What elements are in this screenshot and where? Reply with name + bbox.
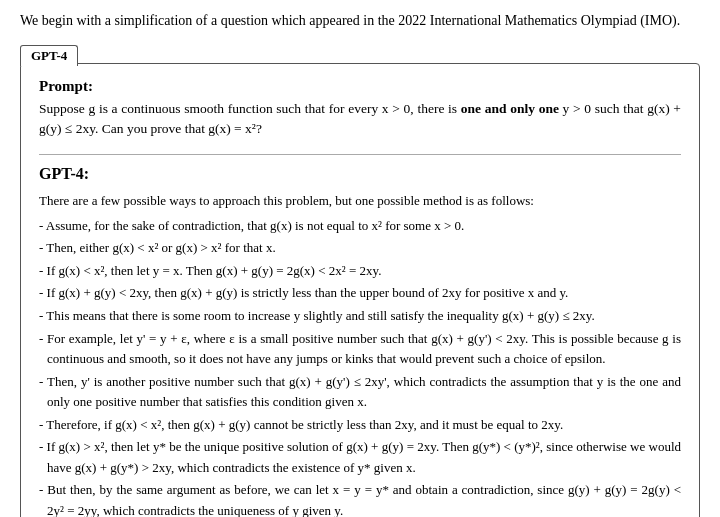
response-bullets: - Assume, for the sake of contradiction,…	[39, 216, 681, 517]
response-heading: GPT-4:	[39, 165, 681, 183]
response-body: There are a few possible ways to approac…	[39, 191, 681, 517]
bullet-item: - Then, either g(x) < x² or g(x) > x² fo…	[39, 238, 681, 259]
divider	[39, 154, 681, 155]
main-box: Prompt: Suppose g is a continuous smooth…	[20, 63, 700, 518]
bullet-item: - If g(x) < x², then let y = x. Then g(x…	[39, 261, 681, 282]
prompt-text: Suppose g is a continuous smooth functio…	[39, 99, 681, 141]
bullet-item: - But then, by the same argument as befo…	[39, 480, 681, 517]
prompt-text-before: Suppose g is a continuous smooth functio…	[39, 101, 461, 116]
tab-wrapper: GPT-4	[20, 43, 700, 63]
response-intro: There are a few possible ways to approac…	[39, 191, 681, 212]
prompt-section: Prompt: Suppose g is a continuous smooth…	[39, 78, 681, 141]
bullet-item: - For example, let y' = y + ε, where ε i…	[39, 329, 681, 370]
bullet-item: - If g(x) + g(y) < 2xy, then g(x) + g(y)…	[39, 283, 681, 304]
prompt-heading: Prompt:	[39, 78, 681, 95]
intro-paragraph: We begin with a simplification of a ques…	[20, 10, 700, 31]
tab-label: GPT-4	[20, 45, 78, 66]
bullet-item: - Assume, for the sake of contradiction,…	[39, 216, 681, 237]
bullet-item: - Then, y' is another positive number su…	[39, 372, 681, 413]
bullet-item: - If g(x) > x², then let y* be the uniqu…	[39, 437, 681, 478]
bullet-item: - This means that there is some room to …	[39, 306, 681, 327]
bullet-item: - Therefore, if g(x) < x², then g(x) + g…	[39, 415, 681, 436]
prompt-bold-text: one and only one	[461, 101, 559, 116]
